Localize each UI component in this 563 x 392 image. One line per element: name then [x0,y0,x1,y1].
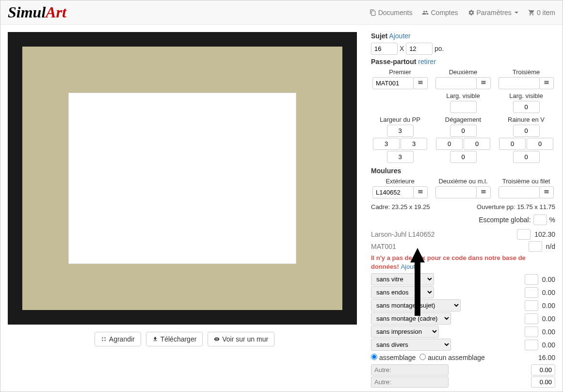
aucun-assemblage-radio[interactable]: aucun assemblage [419,354,484,361]
endos-qty[interactable] [525,287,538,298]
navbar: SimulArt Documents Comptes Paramètres 0 … [0,0,563,25]
autre2-amt[interactable] [531,376,555,388]
item0-name: Larson-Juhl L140652 [371,230,435,238]
deg-top-input[interactable] [450,125,477,137]
degagement-label: Dégagement [434,116,492,123]
item1-qty[interactable] [529,241,542,252]
vitre-price: 0.00 [542,276,555,283]
deg-left-input[interactable] [436,138,463,150]
montage-sujet-select[interactable]: sans montage (sujet) [371,299,461,311]
endos-price: 0.00 [542,289,555,296]
sujet-height-input[interactable] [406,43,433,55]
largeur-pp-label: Largeur du PP [371,116,429,123]
error-ajouter-link[interactable]: Ajouter [401,263,420,270]
sujet-ajouter-link[interactable]: Ajouter [389,32,410,40]
pp-lv3-label: Larg. visible [497,92,555,99]
endos-select[interactable]: sans endos [371,286,434,298]
moul-code2-input[interactable] [435,186,477,198]
nav-documents[interactable]: Documents [370,9,413,16]
mc-price: 0.00 [542,315,555,323]
menu-icon [544,189,549,195]
mat-preview [22,47,342,310]
pp-code2-input[interactable] [435,77,477,89]
mc-qty[interactable] [525,313,538,324]
moul-code3-input[interactable] [499,186,540,198]
ms-price: 0.00 [542,302,555,310]
divers-select[interactable]: sans divers [371,339,451,351]
cadre-dims: Cadre: 23.25 x 19.25 [371,203,430,211]
moul-ext-label: Extérieure [371,178,429,185]
moul-deux-label: Deuxième ou m.l. [434,178,492,185]
moulures-label: Moulures [371,167,401,175]
div-price: 0.00 [542,341,555,349]
assemblage-price: 16.00 [538,354,555,361]
escompte-label: Escompte global: [479,216,531,224]
menu-icon [481,189,486,195]
moul-code2-menu[interactable] [476,186,491,198]
pp-lv2-input[interactable] [450,101,477,113]
nav-parametres[interactable]: Paramètres [468,9,518,16]
moul-code1-menu[interactable] [413,186,428,198]
autre1-amt[interactable] [531,364,555,376]
menu-icon [544,80,549,85]
imp-qty[interactable] [525,327,538,337]
pp-code1-input[interactable] [372,77,414,89]
sujet-label: Sujet [371,32,387,40]
deg-right-input[interactable] [464,138,490,150]
telecharger-button[interactable]: Télécharger [146,332,203,346]
pp-deuxieme-label: Deuxième [434,68,492,76]
logo[interactable]: SimulArt [8,3,66,21]
div-qty[interactable] [525,340,538,350]
error-message: Il n'y a pas de prix pour ce code dans n… [371,254,555,271]
item0-price: 102.30 [534,230,555,238]
agrandir-button[interactable]: Agrandir [95,332,141,346]
sujet-width-input[interactable] [371,43,398,55]
nav-cart[interactable]: 0 item [528,9,555,16]
users-icon [422,9,429,16]
rainure-label: Rainure en V [497,116,555,123]
pp-right-input[interactable] [401,138,427,150]
voir-mur-button[interactable]: Voir sur un mur [208,332,274,346]
item1-price: n/d [546,243,555,250]
moul-code1-input[interactable] [372,186,414,198]
eye-icon [214,336,220,342]
pp-retirer-link[interactable]: retirer [418,58,436,65]
vitre-select[interactable]: sans vitre [371,273,434,285]
autre1-input[interactable] [371,364,449,376]
pp-lv3-input[interactable] [513,101,540,113]
vitre-qty[interactable] [525,274,538,285]
pp-code3-menu[interactable] [539,77,554,89]
gear-icon [468,9,475,16]
pp-code3-input[interactable] [499,77,540,89]
deg-bottom-input[interactable] [450,151,477,163]
menu-icon [481,80,486,85]
menu-icon [418,80,423,85]
escompte-input[interactable] [533,214,547,225]
autre2-input[interactable] [371,376,449,388]
rv-bottom-input[interactable] [513,151,540,163]
moul-code3-menu[interactable] [539,186,554,198]
item1-name: MAT001 [371,243,396,250]
pp-bottom-input[interactable] [387,151,414,163]
pp-troisieme-label: Troisième [497,68,555,76]
expand-icon [101,336,107,342]
pp-code1-menu[interactable] [413,77,428,89]
pp-left-input[interactable] [373,138,400,150]
assemblage-radio[interactable]: assemblage [371,354,416,361]
pp-lv2-label: Larg. visible [434,92,492,99]
impression-select[interactable]: sans impression [371,326,439,338]
download-icon [152,336,158,342]
pp-premier-label: Premier [371,68,429,76]
rv-right-input[interactable] [527,138,553,150]
nav-comptes[interactable]: Comptes [422,9,458,16]
menu-icon [418,189,423,195]
pp-code2-menu[interactable] [476,77,491,89]
artwork-area [68,93,296,264]
ms-qty[interactable] [525,300,538,311]
rv-top-input[interactable] [513,125,540,137]
item0-qty[interactable] [517,229,531,240]
duplicate-icon [370,9,376,16]
rv-left-input[interactable] [499,138,526,150]
pp-top-input[interactable] [387,125,414,137]
montage-cadre-select[interactable]: sans montage (cadre) [371,312,451,325]
